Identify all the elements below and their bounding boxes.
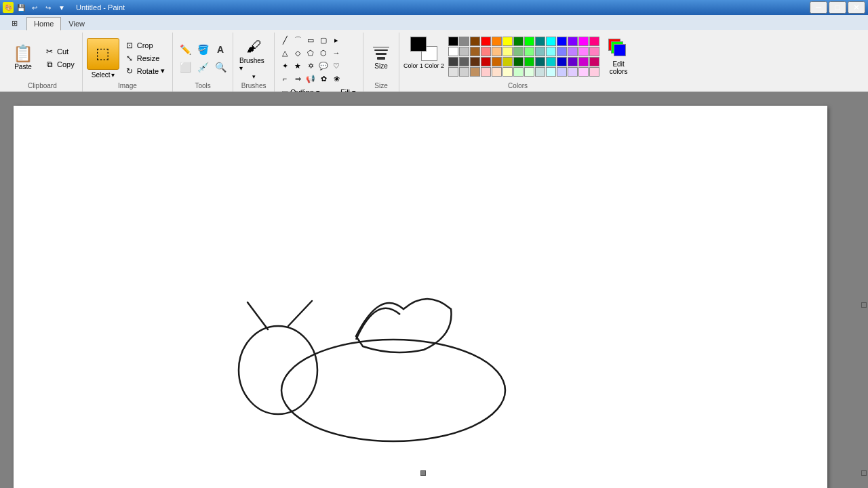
palette-color[interactable] (557, 37, 567, 46)
brushes-button[interactable]: 🖌 Brushes ▾ ▾ (237, 38, 270, 79)
cut-button[interactable]: ✂ Cut (41, 45, 78, 58)
palette-color[interactable] (513, 57, 524, 66)
text-tool[interactable]: A (212, 41, 229, 58)
shape-custom1[interactable]: ✿ (317, 73, 330, 85)
maximize-button[interactable]: □ (829, 1, 846, 14)
palette-color[interactable] (568, 47, 578, 56)
color-picker-tool[interactable]: 💉 (195, 59, 211, 75)
palette-color[interactable] (470, 37, 480, 46)
fill-tool[interactable]: 🪣 (195, 41, 211, 58)
palette-color[interactable] (513, 37, 524, 46)
palette-color[interactable] (524, 47, 534, 56)
palette-color[interactable] (492, 47, 502, 56)
palette-color[interactable] (502, 47, 513, 56)
palette-color[interactable] (546, 37, 556, 46)
palette-color[interactable] (470, 67, 480, 77)
palette-color[interactable] (524, 67, 534, 77)
rotate-button[interactable]: ↻ Rotate ▾ (121, 65, 168, 77)
paste-button[interactable]: 📋 Paste (7, 38, 39, 79)
crop-button[interactable]: ⊡ Crop (121, 39, 168, 52)
palette-color[interactable] (557, 47, 567, 56)
palette-color[interactable] (481, 47, 491, 56)
palette-color[interactable] (568, 57, 578, 66)
palette-color[interactable] (524, 57, 534, 66)
shape-diamond[interactable]: ◇ (292, 47, 304, 59)
redo-quick-btn[interactable]: ↪ (42, 1, 54, 14)
palette-color[interactable] (448, 67, 458, 77)
shape-callout[interactable]: 📢 (304, 73, 317, 85)
magnifier-tool[interactable]: 🔍 (212, 59, 229, 75)
palette-color[interactable] (589, 57, 599, 66)
shape-pentagon[interactable]: ⬠ (304, 47, 317, 59)
palette-color[interactable] (546, 47, 556, 56)
shape-custom2[interactable]: ❀ (330, 73, 342, 85)
palette-color[interactable] (589, 37, 599, 46)
shape-star5[interactable]: ★ (292, 60, 304, 72)
palette-color[interactable] (535, 57, 545, 66)
shape-heart[interactable]: ♡ (330, 60, 342, 72)
palette-color[interactable] (459, 47, 469, 56)
palette-color[interactable] (557, 67, 567, 77)
palette-color[interactable] (448, 47, 458, 56)
canvas-area[interactable] (0, 92, 868, 488)
palette-color[interactable] (524, 37, 534, 46)
palette-color[interactable] (535, 37, 545, 46)
eraser-tool[interactable]: ⬜ (177, 59, 193, 75)
palette-color[interactable] (513, 47, 524, 56)
palette-color[interactable] (589, 67, 599, 77)
customize-quick-btn[interactable]: ▼ (56, 1, 68, 14)
select-label[interactable]: Select ▾ (92, 71, 115, 79)
palette-color[interactable] (546, 57, 556, 66)
shape-star4[interactable]: ✦ (279, 60, 291, 72)
palette-color[interactable] (589, 47, 599, 56)
shape-line[interactable]: ╱ (279, 34, 291, 46)
file-tab[interactable]: ⊞ (3, 16, 26, 30)
palette-color[interactable] (448, 57, 458, 66)
palette-color[interactable] (470, 57, 480, 66)
palette-color[interactable] (459, 57, 469, 66)
close-button[interactable]: ✕ (848, 1, 865, 14)
undo-quick-btn[interactable]: ↩ (28, 1, 41, 14)
palette-color[interactable] (578, 37, 589, 46)
paint-canvas[interactable] (14, 106, 827, 488)
color1-swatch[interactable] (410, 37, 427, 52)
minimize-button[interactable]: ─ (810, 1, 827, 14)
size-button[interactable]: Size (368, 38, 395, 79)
palette-color[interactable] (568, 37, 578, 46)
palette-color[interactable] (502, 37, 513, 46)
palette-color[interactable] (502, 67, 513, 77)
palette-color[interactable] (481, 57, 491, 66)
tab-view[interactable]: View (61, 17, 92, 30)
canvas-resize-handle[interactable] (861, 470, 867, 476)
palette-color[interactable] (492, 37, 502, 46)
shape-star6[interactable]: ✡ (304, 60, 317, 72)
shape-hex[interactable]: ⬡ (317, 47, 330, 59)
color2-label[interactable]: Color 2 (425, 62, 444, 69)
palette-color[interactable] (492, 57, 502, 66)
shape-rect2[interactable]: ▢ (317, 34, 330, 46)
palette-color[interactable] (502, 57, 513, 66)
palette-color[interactable] (546, 67, 556, 77)
shape-triangle[interactable]: △ (279, 47, 291, 59)
canvas-resize-right[interactable] (861, 302, 867, 308)
resize-button[interactable]: ⤡ Resize (121, 52, 168, 64)
palette-color[interactable] (481, 37, 491, 46)
pencil-tool[interactable]: ✏️ (177, 41, 193, 58)
select-button[interactable]: ⬚ (87, 38, 119, 70)
shape-rect[interactable]: ▭ (304, 34, 317, 46)
save-quick-btn[interactable]: 💾 (15, 1, 27, 14)
palette-color[interactable] (513, 67, 524, 77)
shape-bubble[interactable]: 💬 (317, 60, 330, 72)
shape-arrow[interactable]: → (330, 47, 342, 59)
edit-colors-button[interactable]: Edit colors (605, 37, 632, 77)
shape-elbow[interactable]: ⌐ (279, 73, 291, 85)
palette-color[interactable] (535, 67, 545, 77)
palette-color[interactable] (448, 37, 458, 46)
shape-more[interactable]: ▸ (330, 34, 342, 46)
shape-curve[interactable]: ⌒ (292, 34, 304, 46)
color1-label[interactable]: Color 1 (403, 62, 423, 69)
palette-color[interactable] (568, 67, 578, 77)
shape-arrow2[interactable]: ⇒ (292, 73, 304, 85)
palette-color[interactable] (535, 47, 545, 56)
palette-color[interactable] (470, 47, 480, 56)
